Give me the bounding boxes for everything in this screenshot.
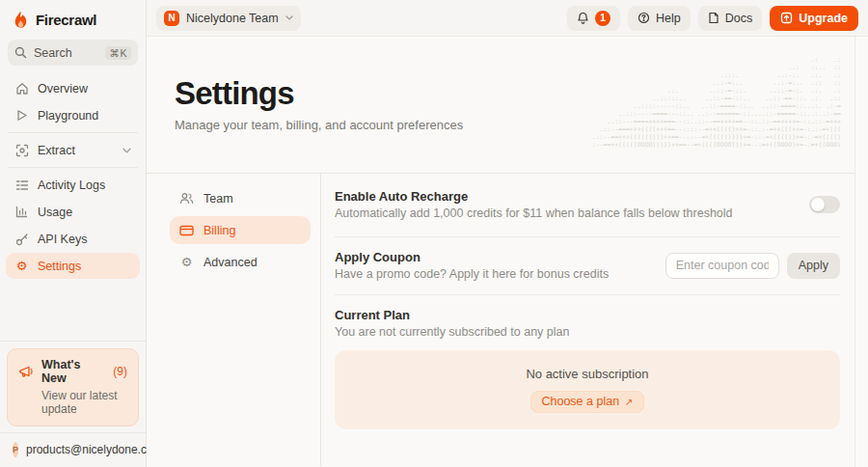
upgrade-button[interactable]: Upgrade xyxy=(770,6,858,31)
sidebar-bottom: What's New (9) View our latest update P … xyxy=(0,341,146,467)
page-header: Settings Manage your team, billing, and … xyxy=(147,37,854,173)
auto-recharge-description: Automatically add 1,000 credits for $11 … xyxy=(335,206,733,220)
coupon-description: Have a promo code? Apply it here for bon… xyxy=(335,267,609,281)
app-window: Firecrawl Search ⌘K Overview Playground xyxy=(0,0,868,467)
sidebar-item-label: Overview xyxy=(38,82,88,96)
tab-team[interactable]: Team xyxy=(170,184,311,212)
bar-chart-icon xyxy=(14,206,29,218)
topbar: N Nicelydone Team 1 Help xyxy=(147,0,868,37)
settings-nav: Team Billing ⚙ Advanced xyxy=(147,174,321,466)
document-icon xyxy=(708,12,719,24)
choose-plan-label: Choose a plan xyxy=(541,395,619,408)
sidebar-item-label: API Keys xyxy=(38,233,87,246)
sidebar-item-label: Extract xyxy=(38,144,75,157)
sidebar-item-label: Usage xyxy=(38,206,72,219)
current-plan-title: Current Plan xyxy=(335,308,840,322)
sidebar-divider xyxy=(8,132,138,133)
sidebar-item-overview[interactable]: Overview xyxy=(6,75,140,101)
current-plan-description: You are not currently subscribed to any … xyxy=(335,325,840,339)
tab-label: Team xyxy=(203,192,233,206)
external-link-icon: ↗ xyxy=(625,397,633,407)
sidebar: Firecrawl Search ⌘K Overview Playground xyxy=(0,0,147,467)
whats-new-subtitle: View our latest update xyxy=(41,389,127,416)
choose-plan-link[interactable]: Choose a plan ↗ xyxy=(530,391,643,413)
tab-label: Advanced xyxy=(203,256,258,269)
credit-card-icon xyxy=(179,225,194,236)
page-title: Settings xyxy=(175,75,854,112)
sidebar-item-extract[interactable]: Extract xyxy=(6,137,140,163)
search-input[interactable]: Search ⌘K xyxy=(8,40,138,66)
whats-new-count: (9) xyxy=(113,365,127,378)
notifications-button[interactable]: 1 xyxy=(567,6,620,31)
sidebar-divider xyxy=(0,341,146,342)
billing-settings: Enable Auto Recharge Automatically add 1… xyxy=(321,174,854,466)
play-icon xyxy=(14,109,29,122)
home-icon xyxy=(14,82,29,96)
sidebar-item-activity-logs[interactable]: Activity Logs xyxy=(6,172,140,198)
auto-recharge-toggle[interactable] xyxy=(809,196,840,213)
team-badge: N xyxy=(164,11,179,26)
brand-name: Firecrawl xyxy=(36,12,96,28)
help-label: Help xyxy=(656,12,681,25)
upgrade-label: Upgrade xyxy=(799,12,848,25)
account-menu[interactable]: P products@nicelydone.club xyxy=(0,433,146,467)
notification-count-badge: 1 xyxy=(595,11,610,26)
sidebar-nav: Overview Playground Extract xyxy=(0,71,146,280)
help-button[interactable]: Help xyxy=(628,6,691,31)
help-icon xyxy=(637,12,650,24)
megaphone-icon xyxy=(18,365,34,379)
sidebar-item-label: Settings xyxy=(38,260,81,273)
flame-icon xyxy=(13,11,29,29)
search-icon xyxy=(14,46,27,59)
apply-coupon-button[interactable]: Apply xyxy=(787,253,840,279)
sidebar-item-label: Playground xyxy=(38,109,98,123)
bell-icon xyxy=(577,12,589,25)
upgrade-icon xyxy=(780,12,793,24)
auto-recharge-title: Enable Auto Recharge xyxy=(335,189,733,204)
sidebar-item-api-keys[interactable]: API Keys xyxy=(6,226,140,252)
toggle-knob xyxy=(811,198,825,211)
search-shortcut: ⌘K xyxy=(105,46,131,60)
tab-label: Billing xyxy=(203,224,235,237)
no-subscription-text: No active subscription xyxy=(526,367,648,381)
avatar: P xyxy=(13,442,18,457)
tab-billing[interactable]: Billing xyxy=(170,216,311,244)
whats-new-title: What's New xyxy=(41,358,105,385)
scan-icon xyxy=(14,144,29,157)
sidebar-item-label: Activity Logs xyxy=(38,179,105,192)
coupon-title: Apply Coupon xyxy=(335,250,609,264)
tab-advanced[interactable]: ⚙ Advanced xyxy=(170,248,311,276)
team-icon xyxy=(179,192,194,205)
team-switcher[interactable]: N Nicelydone Team xyxy=(156,6,301,31)
coupon-code-input[interactable] xyxy=(665,253,779,279)
main-area: N Nicelydone Team 1 Help xyxy=(147,0,868,467)
current-plan-row: Current Plan You are not currently subsc… xyxy=(335,295,840,350)
sidebar-item-playground[interactable]: Playground xyxy=(6,102,140,128)
topbar-actions: 1 Help Docs xyxy=(567,6,858,31)
chevron-down-icon xyxy=(285,15,293,20)
page-subtitle: Manage your team, billing, and account p… xyxy=(175,118,854,132)
brand-logo[interactable]: Firecrawl xyxy=(0,0,146,37)
chevron-down-icon xyxy=(122,148,131,153)
apply-coupon-row: Apply Coupon Have a promo code? Apply it… xyxy=(335,237,840,294)
sidebar-item-usage[interactable]: Usage xyxy=(6,199,140,225)
list-icon xyxy=(14,179,29,191)
docs-label: Docs xyxy=(725,12,752,25)
gear-icon: ⚙ xyxy=(14,260,29,272)
sidebar-divider xyxy=(8,167,138,168)
whats-new-card[interactable]: What's New (9) View our latest update xyxy=(7,348,139,426)
account-email: products@nicelydone.club xyxy=(26,443,162,456)
sidebar-item-settings[interactable]: ⚙ Settings xyxy=(6,253,140,279)
key-icon xyxy=(14,233,29,246)
settings-page: .: .: ..: ::.. :: .:::. ..:-:. .:. .: ..… xyxy=(147,37,855,467)
gear-icon: ⚙ xyxy=(179,256,194,268)
no-subscription-card: No active subscription Choose a plan ↗ xyxy=(335,350,840,429)
team-name: Nicelydone Team xyxy=(186,12,279,25)
docs-button[interactable]: Docs xyxy=(698,6,762,31)
auto-recharge-row: Enable Auto Recharge Automatically add 1… xyxy=(335,189,840,236)
search-label: Search xyxy=(34,46,98,60)
settings-panel: Team Billing ⚙ Advanced xyxy=(147,173,854,466)
